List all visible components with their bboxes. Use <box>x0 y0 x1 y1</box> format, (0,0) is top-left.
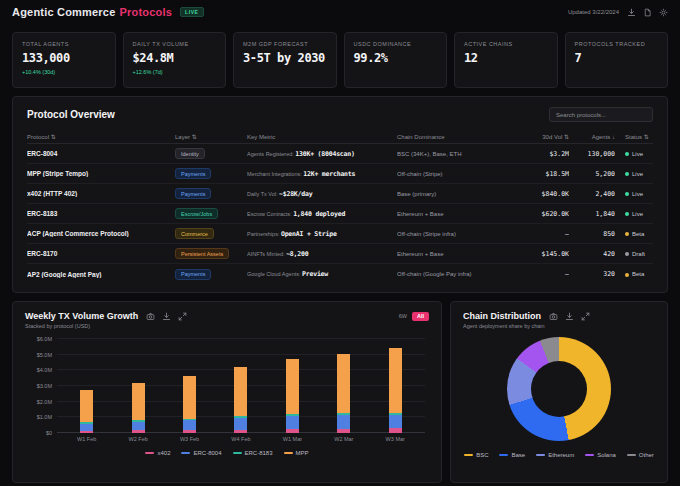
table-row[interactable]: AP2 (Google Agent Pay)PaymentsGoogle Clo… <box>27 264 653 284</box>
page-title-accent: Protocols <box>119 6 172 18</box>
metric-value: 12K+ merchants <box>303 170 355 178</box>
camera-icon[interactable] <box>146 312 155 321</box>
bar-segment-mpp <box>286 359 299 414</box>
bar-slot <box>267 339 318 433</box>
legend-item-ethereum[interactable]: Ethereum <box>536 452 574 458</box>
bar-segment-x402 <box>234 430 247 433</box>
chain-donut[interactable] <box>507 337 611 441</box>
bar-segment-x402 <box>183 430 196 433</box>
legend-swatch <box>627 454 636 457</box>
key-metric-cell: Google Cloud Agents: Preview <box>247 270 397 278</box>
key-metric-cell: Daily Tx Vol: ~$28K/day <box>247 190 397 198</box>
legend-swatch <box>284 452 293 455</box>
stat-label: DAILY TX VOLUME <box>133 41 217 47</box>
table-row[interactable]: MPP (Stripe Tempo)PaymentsMerchant Integ… <box>27 164 653 184</box>
download-icon[interactable] <box>627 8 636 17</box>
camera-icon[interactable] <box>549 312 558 321</box>
stat-card-4: ACTIVE CHAINS12 <box>454 32 558 88</box>
legend-label: Other <box>639 452 654 458</box>
bar-segment-erc-8004 <box>286 416 299 429</box>
table-row[interactable]: ERC-8183Escrow/JobsEscrow Contracts: 1,8… <box>27 204 653 224</box>
agents-cell: 320 <box>569 270 615 278</box>
legend-item-x402[interactable]: x402 <box>145 450 170 456</box>
metric-label: Daily Tx Vol: <box>247 191 279 197</box>
tx-volume-chart-card: Weekly TX Volume Growth 6W All Stacked b… <box>12 301 442 483</box>
stat-card-0: TOTAL AGENTS133,000+10.4% (30d) <box>12 32 116 88</box>
top-bar-actions: Updated 3/22/2024 <box>568 8 668 17</box>
vol-30d-cell: $3.2M <box>517 150 569 158</box>
table-row[interactable]: ERC-8170Persistent AssetsAINFTs Minted: … <box>27 244 653 264</box>
column-header-layer[interactable]: Layer ⇅ <box>175 133 247 140</box>
bar-segment-erc-8004 <box>389 415 402 428</box>
agents-cell: 420 <box>569 250 615 258</box>
legend-item-mpp[interactable]: MPP <box>284 450 309 456</box>
layer-cell: Payments <box>175 188 247 199</box>
bar-w3-mar[interactable] <box>389 339 402 433</box>
stat-label: M2M GDP FORECAST <box>243 41 327 47</box>
bar-xlabels: W1 FebW2 FebW3 FebW4 FebW1 MarW2 MarW3 M… <box>57 436 425 442</box>
download-icon[interactable] <box>565 312 574 321</box>
bar-segment-mpp <box>389 348 402 412</box>
column-header-chain-dominance[interactable]: Chain Dominance <box>397 134 517 140</box>
bar-legend: x402ERC-8004ERC-8183MPP <box>25 450 429 456</box>
legend-item-erc-8183[interactable]: ERC-8183 <box>233 450 273 456</box>
gear-icon[interactable] <box>659 8 668 17</box>
protocol-name: ERC-8183 <box>27 210 175 217</box>
search-protocols-input[interactable] <box>549 107 653 122</box>
column-header-protocol[interactable]: Protocol ⇅ <box>27 133 175 140</box>
status-cell: Live <box>615 150 655 157</box>
download-icon[interactable] <box>162 312 171 321</box>
legend-label: ERC-8004 <box>193 450 221 456</box>
legend-swatch <box>233 452 242 455</box>
legend-swatch <box>585 454 594 457</box>
column-header-30d-vol[interactable]: 30d Vol ⇅ <box>517 133 569 140</box>
layer-badge: Persistent Assets <box>175 248 229 259</box>
legend-swatch <box>464 454 473 457</box>
stat-card-5: PROTOCOLS TRACKED7 <box>565 32 669 88</box>
chain-dominance-cell: Off-chain (Google Pay infra) <box>397 271 517 277</box>
status-cell: Beta <box>615 230 655 237</box>
bar-w4-feb[interactable] <box>234 339 247 433</box>
bar-w3-feb[interactable] <box>183 339 196 433</box>
layer-badge: Escrow/Jobs <box>175 208 218 219</box>
layer-badge: Identity <box>175 148 205 159</box>
range-6w-button[interactable]: 6W <box>399 313 407 319</box>
legend-item-other[interactable]: Other <box>627 452 654 458</box>
bar-segment-mpp <box>80 390 93 422</box>
metric-label: Escrow Contracts: <box>247 211 293 217</box>
legend-item-erc-8004[interactable]: ERC-8004 <box>181 450 221 456</box>
expand-icon[interactable] <box>178 312 187 321</box>
stat-label: PROTOCOLS TRACKED <box>575 41 659 47</box>
bar-w2-mar[interactable] <box>337 339 350 433</box>
chain-dominance-cell: Off-chain (Stripe infra) <box>397 231 517 237</box>
bar-w1-mar[interactable] <box>286 339 299 433</box>
column-header-key-metric[interactable]: Key Metric <box>247 134 397 140</box>
document-icon[interactable] <box>643 8 652 17</box>
bar-w2-feb[interactable] <box>132 339 145 433</box>
chain-dominance-cell: Ethereum + Base <box>397 211 517 217</box>
metric-value: Preview <box>302 270 328 278</box>
tx-chart-icons <box>146 312 187 321</box>
bar-w1-feb[interactable] <box>80 339 93 433</box>
table-header-row: Protocol ⇅Layer ⇅Key MetricChain Dominan… <box>27 130 653 144</box>
tx-chart-title: Weekly TX Volume Growth <box>25 311 138 321</box>
layer-badge: Payments <box>175 168 211 179</box>
range-all-button[interactable]: All <box>412 312 429 321</box>
bar-segment-mpp <box>183 376 196 419</box>
column-header-status[interactable]: Status ⇅ <box>615 133 655 140</box>
legend-item-bsc[interactable]: BSC <box>464 452 488 458</box>
legend-item-base[interactable]: Base <box>499 452 525 458</box>
expand-icon[interactable] <box>581 312 590 321</box>
table-row[interactable]: ACP (Agent Commerce Protocol)CommercePar… <box>27 224 653 244</box>
header-icons <box>627 8 668 17</box>
metric-value: ~8,200 <box>286 250 308 258</box>
layer-cell: Commerce <box>175 228 247 239</box>
key-metric-cell: AINFTs Minted: ~8,200 <box>247 250 397 258</box>
protocol-name: ERC-8004 <box>27 150 175 157</box>
legend-swatch <box>145 452 154 455</box>
table-row[interactable]: ERC-8004IdentityAgents Registered: 130K+… <box>27 144 653 164</box>
table-row[interactable]: x402 (HTTP 402)PaymentsDaily Tx Vol: ~$2… <box>27 184 653 204</box>
status-badge: Live <box>632 171 643 177</box>
legend-item-solana[interactable]: Solana <box>585 452 616 458</box>
column-header-agents[interactable]: Agents ↓ <box>569 134 615 140</box>
